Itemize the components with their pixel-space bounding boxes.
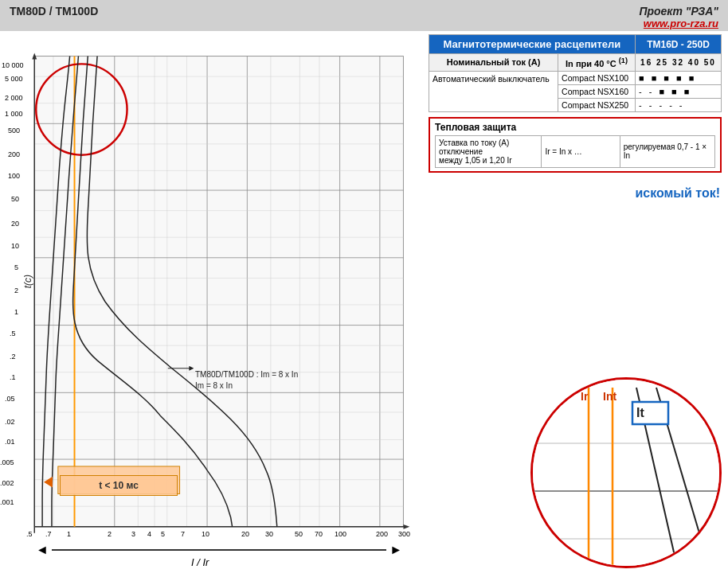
thermal-right-cell: регулируемая 0,7 - 1 × In <box>620 135 714 167</box>
thermal-left-cell: Уставка по току (А) отключениемежду 1,05… <box>436 135 542 167</box>
nsx160-label: Compact NSX160 <box>558 84 636 98</box>
svg-text:Ir: Ir <box>581 390 589 403</box>
x-label-30: 30 <box>265 530 273 538</box>
project-url[interactable]: www.pro-rza.ru <box>639 18 718 29</box>
thermal-protection-box: Тепловая защита Уставка по току (А) откл… <box>429 117 722 173</box>
table-range-header: TM16D - 250D <box>635 35 721 54</box>
svg-marker-42 <box>403 524 409 529</box>
zoom-title: искомый ток! <box>635 186 720 201</box>
x-label-10: 10 <box>202 530 209 538</box>
x-label-50: 50 <box>295 530 303 538</box>
x-label-200: 200 <box>376 530 388 538</box>
nsx100-symbols: ■ ■ ■ ■ ■ <box>635 71 721 84</box>
col3-header: 16 25 32 40 50 <box>635 54 721 72</box>
header-right: Проект "РЗА" www.pro-rza.ru <box>639 5 718 29</box>
col1-header: Номинальный ток (А) <box>429 54 558 72</box>
tm-annotation: TM80D/TM100D : Im = 8 x In Im = 8 x In <box>195 369 298 392</box>
table-main-header: Магнитотермические расцепители <box>429 35 636 54</box>
circuit-breaker-label: Автоматический выключатель <box>429 71 558 111</box>
header: TM80D / TM100D Проект "РЗА" www.pro-rza.… <box>0 0 728 31</box>
svg-rect-0 <box>34 57 403 527</box>
main-content: t(c) 10 000 5 000 2 000 1 000 500 200 10… <box>0 31 728 581</box>
project-name: Проект "РЗА" <box>639 5 718 18</box>
nsx100-label: Compact NSX100 <box>558 71 636 84</box>
x-label-7: 7 <box>181 530 185 538</box>
x-label-100: 100 <box>335 530 346 538</box>
x-label-4: 4 <box>147 530 151 538</box>
info-table: Магнитотермические расцепители TM16D - 2… <box>429 34 722 112</box>
thermal-title: Тепловая защита <box>435 122 715 133</box>
right-panel: Магнитотермические расцепители TM16D - 2… <box>422 31 728 581</box>
nsx250-symbols: - - - - - <box>635 98 721 111</box>
col2-header: In при 40 °C (1) <box>558 54 636 72</box>
nsx250-label: Compact NSX250 <box>558 98 636 111</box>
x-axis-label: I / Ir <box>191 556 209 568</box>
x-label-300: 300 <box>398 530 410 538</box>
chart-area: t(c) 10 000 5 000 2 000 1 000 500 200 10… <box>0 31 422 572</box>
arrow-left-icon: ◄ <box>36 543 49 557</box>
x-label-20: 20 <box>241 530 249 538</box>
x-label-07: .7 <box>45 530 52 538</box>
x-label-2: 2 <box>108 530 112 538</box>
nsx160-symbols: - - ■ ■ ■ <box>635 84 721 98</box>
svg-text:It: It <box>636 406 644 419</box>
svg-rect-49 <box>533 380 722 568</box>
x-label-3: 3 <box>131 530 135 538</box>
arrow-right-icon: ► <box>389 543 402 557</box>
svg-text:Int: Int <box>603 390 616 403</box>
thermal-mid-cell: Ir = In x … <box>542 135 620 167</box>
x-axis-arrow-container: ◄ ► <box>36 544 402 556</box>
x-label-1: 1 <box>67 530 71 538</box>
x-label-70: 70 <box>315 530 323 538</box>
x-label-5: 5 <box>161 530 165 538</box>
x-label-05: .5 <box>26 530 33 538</box>
orange-box-text: t < 10 мс <box>60 475 178 496</box>
header-title: TM80D / TM100D <box>10 5 98 18</box>
zoom-circle: Ir Int It <box>530 377 722 568</box>
